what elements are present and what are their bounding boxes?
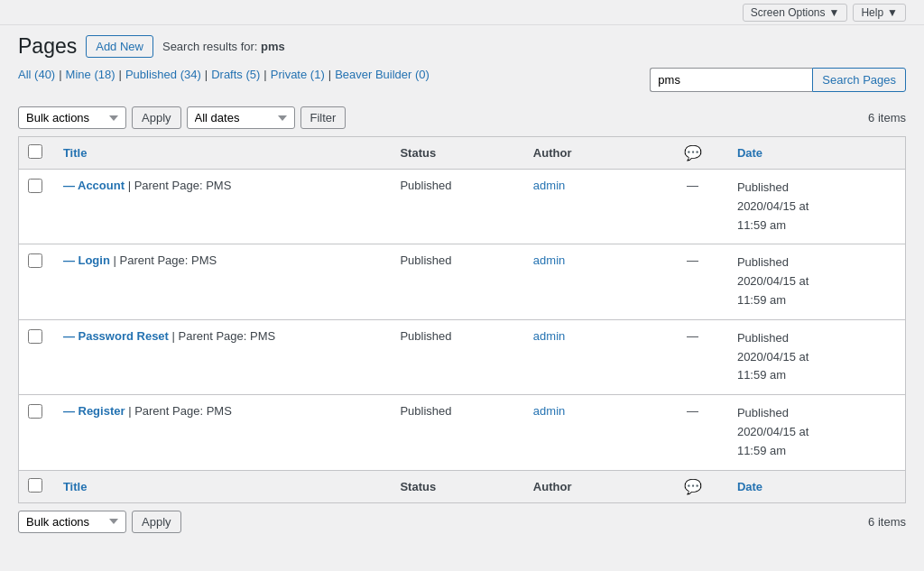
row-author-cell: admin: [524, 395, 657, 470]
search-area: Search Pages: [650, 68, 906, 92]
table-row: — Account | Parent Page: PMS Published a…: [19, 170, 906, 244]
comment-bubble-icon: 💬: [684, 145, 702, 161]
chevron-down-icon: ▼: [887, 6, 898, 19]
filter-mine-link[interactable]: Mine (18): [66, 68, 116, 81]
tf-author: Author: [524, 470, 657, 502]
items-count-top: 6 items: [868, 111, 906, 124]
row-comments-cell: —: [657, 395, 728, 470]
row-status-cell: Published: [391, 170, 523, 244]
bulk-actions-select[interactable]: Bulk actions: [18, 106, 126, 129]
screen-options-button[interactable]: Screen Options ▼: [743, 4, 848, 22]
status-text: Published: [400, 329, 451, 343]
screen-options-label: Screen Options: [751, 6, 826, 19]
page-title-link[interactable]: — Login: [63, 253, 110, 267]
row-checkbox-cell: [19, 395, 54, 470]
add-new-button[interactable]: Add New: [86, 35, 153, 58]
date-text: Published2020/04/15 at11:59 am: [737, 406, 809, 457]
table-body: — Account | Parent Page: PMS Published a…: [19, 170, 906, 471]
items-count-bottom: 6 items: [868, 515, 906, 529]
main-wrap: Pages Add New Search results for: pms Al…: [0, 25, 924, 551]
th-comments: 💬: [657, 137, 728, 170]
tf-date: Date: [728, 470, 906, 502]
date-sort-link[interactable]: Date: [737, 146, 762, 160]
page-title-link[interactable]: — Register: [63, 404, 125, 418]
title-sort-link[interactable]: Title: [63, 146, 88, 160]
table-header-row: Title Status Author 💬 Date: [19, 137, 906, 170]
row-title-cell: — Register | Parent Page: PMS: [54, 395, 392, 470]
date-text: Published2020/04/15 at11:59 am: [737, 180, 809, 232]
row-status-cell: Published: [391, 395, 523, 470]
tf-checkbox: [19, 470, 54, 502]
row-title-cell: — Password Reset | Parent Page: PMS: [54, 319, 392, 394]
tablenav-left: Bulk actions Apply All dates Filter: [18, 106, 346, 129]
author-link[interactable]: admin: [533, 253, 565, 267]
comment-bubble-icon-footer: 💬: [684, 479, 702, 494]
row-title-cell: — Account | Parent Page: PMS: [54, 170, 392, 244]
dates-select[interactable]: All dates: [187, 106, 295, 129]
row-checkbox-cell: [19, 170, 54, 244]
select-all-checkbox-top[interactable]: [28, 144, 42, 159]
row-date-cell: Published2020/04/15 at11:59 am: [728, 319, 906, 394]
row-author-cell: admin: [524, 170, 657, 244]
comments-count: —: [687, 179, 698, 192]
filter-beaver-link[interactable]: Beaver Builder (0): [335, 68, 430, 81]
status-text: Published: [400, 253, 451, 267]
author-link[interactable]: admin: [533, 404, 565, 418]
help-button[interactable]: Help ▼: [853, 4, 906, 22]
row-comments-cell: —: [657, 319, 728, 394]
subsubsub-nav: All (40) | Mine (18) | Published (34) | …: [18, 68, 430, 81]
row-parent-info: | Parent Page: PMS: [114, 253, 217, 267]
row-date-cell: Published2020/04/15 at11:59 am: [728, 395, 906, 470]
row-status-cell: Published: [391, 244, 523, 319]
date-text: Published2020/04/15 at11:59 am: [737, 255, 809, 307]
page-title-link[interactable]: — Password Reset: [63, 329, 169, 343]
top-bar: Screen Options ▼ Help ▼: [0, 0, 924, 25]
author-link[interactable]: admin: [533, 179, 565, 192]
select-all-checkbox-bottom[interactable]: [28, 478, 42, 493]
filter-drafts-link[interactable]: Drafts (5): [211, 68, 260, 81]
row-checkbox[interactable]: [28, 179, 42, 193]
th-title: Title: [54, 137, 392, 170]
date-sort-link-bottom[interactable]: Date: [737, 480, 762, 493]
status-text: Published: [400, 404, 451, 418]
pages-table: Title Status Author 💬 Date: [18, 136, 906, 503]
apply-button-top[interactable]: Apply: [132, 106, 181, 129]
page-title-link[interactable]: — Account: [63, 179, 125, 192]
row-date-cell: Published2020/04/15 at11:59 am: [728, 244, 906, 319]
row-checkbox-cell: [19, 244, 54, 319]
filter-private-link[interactable]: Private (1): [271, 68, 325, 81]
search-pages-button[interactable]: Search Pages: [812, 68, 906, 92]
filter-published-link[interactable]: Published (34): [125, 68, 201, 81]
chevron-down-icon: ▼: [829, 6, 840, 19]
tf-comments: 💬: [657, 470, 728, 502]
row-checkbox[interactable]: [28, 329, 42, 344]
row-checkbox[interactable]: [28, 404, 42, 419]
top-tablenav: Bulk actions Apply All dates Filter 6 it…: [18, 106, 906, 129]
th-checkbox: [19, 137, 54, 170]
bulk-actions-select-bottom[interactable]: Bulk actions: [18, 511, 126, 533]
search-input[interactable]: [650, 68, 812, 92]
row-date-cell: Published2020/04/15 at11:59 am: [728, 170, 906, 244]
th-status: Status: [391, 137, 523, 170]
row-parent-info: | Parent Page: PMS: [172, 329, 276, 343]
title-sort-link-bottom[interactable]: Title: [63, 480, 88, 493]
bottom-tablenav: Bulk actions Apply 6 items: [18, 511, 906, 533]
filter-all-link[interactable]: All (40): [18, 68, 55, 81]
page-title: Pages: [18, 34, 77, 59]
page-header: Pages Add New Search results for: pms: [18, 34, 906, 59]
row-comments-cell: —: [657, 244, 728, 319]
th-author: Author: [524, 137, 657, 170]
row-checkbox[interactable]: [28, 253, 42, 268]
apply-button-bottom[interactable]: Apply: [132, 511, 181, 533]
table-row: — Register | Parent Page: PMS Published …: [19, 395, 906, 470]
search-results-text: Search results for: pms: [162, 40, 285, 53]
row-title-cell: — Login | Parent Page: PMS: [54, 244, 392, 319]
help-label: Help: [861, 6, 883, 19]
author-link[interactable]: admin: [533, 329, 565, 343]
filter-button[interactable]: Filter: [300, 106, 346, 129]
table-row: — Login | Parent Page: PMS Published adm…: [19, 244, 906, 319]
th-date: Date: [728, 137, 906, 170]
comments-count: —: [687, 404, 698, 418]
comments-count: —: [687, 329, 698, 343]
status-text: Published: [400, 179, 451, 192]
